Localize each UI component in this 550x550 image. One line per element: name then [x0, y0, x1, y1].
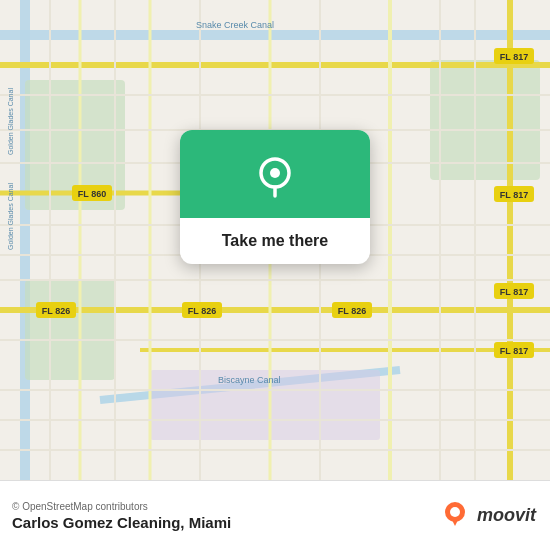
svg-rect-4 — [25, 280, 115, 380]
moovit-logo[interactable]: moovit — [437, 498, 536, 534]
svg-text:FL 817: FL 817 — [500, 52, 528, 62]
place-name: Carlos Gomez Cleaning, Miami — [12, 514, 231, 531]
location-pin-icon — [251, 152, 299, 200]
svg-text:FL 817: FL 817 — [500, 287, 528, 297]
svg-text:Snake Creek Canal: Snake Creek Canal — [196, 20, 274, 30]
svg-text:Biscayne Canal: Biscayne Canal — [218, 375, 281, 385]
svg-rect-0 — [0, 30, 550, 40]
svg-rect-1 — [20, 0, 30, 480]
cta-card: Take me there — [180, 130, 370, 264]
svg-text:FL 826: FL 826 — [338, 306, 366, 316]
svg-text:FL 826: FL 826 — [188, 306, 216, 316]
bottom-left: © OpenStreetMap contributors Carlos Gome… — [12, 501, 231, 531]
take-me-there-button[interactable]: Take me there — [204, 218, 346, 264]
svg-text:FL 817: FL 817 — [500, 190, 528, 200]
map-container: FL 817 FL 817 FL 817 FL 817 FL 860 FL 82… — [0, 0, 550, 480]
svg-text:FL 817: FL 817 — [500, 346, 528, 356]
svg-text:Golden Glades Canal: Golden Glades Canal — [7, 88, 14, 155]
moovit-text: moovit — [477, 505, 536, 526]
cta-green-area — [180, 130, 370, 218]
copyright-text: © OpenStreetMap contributors — [12, 501, 231, 512]
svg-text:FL 860: FL 860 — [78, 189, 106, 199]
svg-point-53 — [270, 168, 280, 178]
svg-text:FL 826: FL 826 — [42, 306, 70, 316]
moovit-logo-icon — [437, 498, 473, 534]
svg-text:Golden Glades Canal: Golden Glades Canal — [7, 183, 14, 250]
svg-point-58 — [450, 507, 460, 517]
bottom-bar: © OpenStreetMap contributors Carlos Gome… — [0, 480, 550, 550]
